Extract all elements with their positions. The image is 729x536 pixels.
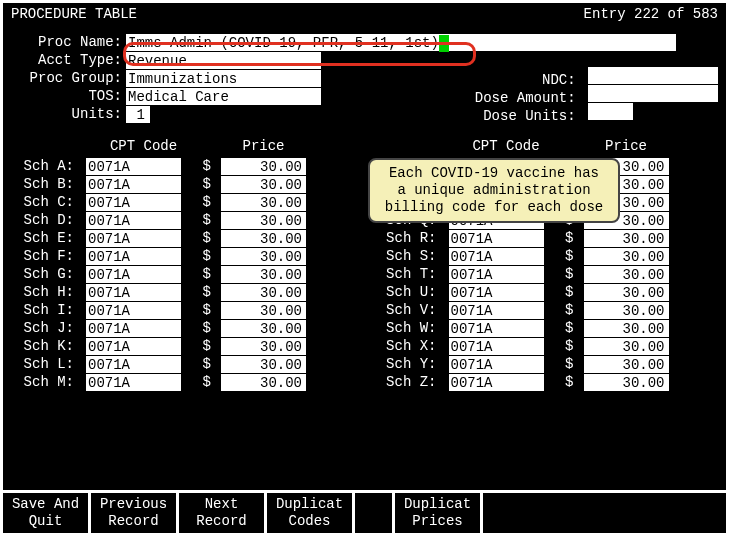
dollar-sign: $ (191, 283, 211, 301)
dollar-sign: $ (191, 355, 211, 373)
dollar-sign: $ (191, 319, 211, 337)
dollar-sign: $ (554, 319, 574, 337)
price-field[interactable]: 30.00 (221, 266, 306, 283)
price-field[interactable]: 30.00 (584, 338, 669, 355)
cpt-code-field[interactable]: 0071A (86, 248, 181, 265)
dollar-sign: $ (191, 301, 211, 319)
header-bar: PROCEDURE TABLE Entry 222 of 583 (3, 3, 726, 29)
price-field[interactable]: 30.00 (221, 194, 306, 211)
cpt-code-field[interactable]: 0071A (86, 212, 181, 229)
schedule-row: Sch T:0071A$30.00 (374, 265, 719, 283)
cpt-header: CPT Code (459, 137, 554, 155)
cpt-code-field[interactable]: 0071A (86, 284, 181, 301)
form-area: Proc Name: Imms Admin (COVID-19, PFR, 5-… (3, 29, 726, 123)
price-field[interactable]: 30.00 (221, 212, 306, 229)
price-field[interactable]: 30.00 (584, 266, 669, 283)
schedule-row-label: Sch C: (11, 193, 76, 211)
proc-name-field[interactable]: Imms Admin (COVID-19, PFR, 5-11, 1st) (126, 34, 676, 51)
acct-type-field[interactable]: Revenue (126, 52, 321, 69)
dollar-sign: $ (554, 373, 574, 391)
cpt-code-field[interactable]: 0071A (449, 356, 544, 373)
schedule-row-label: Sch T: (374, 265, 439, 283)
price-field[interactable]: 30.00 (221, 338, 306, 355)
price-field[interactable]: 30.00 (221, 158, 306, 175)
dose-units-label: Dose Units: (465, 107, 580, 125)
price-field[interactable]: 30.00 (584, 302, 669, 319)
schedule-row: Sch H:0071A$30.00 (11, 283, 356, 301)
next-record-button[interactable]: Next Record (179, 493, 267, 533)
schedule-row-label: Sch I: (11, 301, 76, 319)
price-field[interactable]: 30.00 (584, 320, 669, 337)
price-field[interactable]: 30.00 (584, 248, 669, 265)
schedule-row: Sch U:0071A$30.00 (374, 283, 719, 301)
cpt-code-field[interactable]: 0071A (86, 302, 181, 319)
dollar-sign: $ (554, 265, 574, 283)
cpt-code-field[interactable]: 0071A (86, 374, 181, 391)
schedule-row-label: Sch X: (374, 337, 439, 355)
price-field[interactable]: 30.00 (221, 230, 306, 247)
dose-amount-field[interactable] (588, 85, 718, 102)
dollar-sign: $ (191, 337, 211, 355)
cpt-code-field[interactable]: 0071A (86, 194, 181, 211)
schedule-row-label: Sch M: (11, 373, 76, 391)
cpt-code-field[interactable]: 0071A (449, 248, 544, 265)
schedule-row-label: Sch S: (374, 247, 439, 265)
price-field[interactable]: 30.00 (221, 320, 306, 337)
schedule-row-label: Sch U: (374, 283, 439, 301)
dollar-sign: $ (554, 247, 574, 265)
units-field[interactable]: 1 (126, 106, 150, 123)
proc-group-label: Proc Group: (11, 69, 126, 87)
price-field[interactable]: 30.00 (584, 284, 669, 301)
price-field[interactable]: 30.00 (584, 230, 669, 247)
cpt-code-field[interactable]: 0071A (449, 320, 544, 337)
cpt-code-field[interactable]: 0071A (449, 338, 544, 355)
dollar-sign: $ (554, 355, 574, 373)
schedule-row: Sch L:0071A$30.00 (11, 355, 356, 373)
cpt-code-field[interactable]: 0071A (86, 320, 181, 337)
cpt-code-field[interactable]: 0071A (86, 230, 181, 247)
dollar-sign: $ (554, 283, 574, 301)
price-field[interactable]: 30.00 (221, 248, 306, 265)
cpt-code-field[interactable]: 0071A (449, 284, 544, 301)
price-field[interactable]: 30.00 (221, 302, 306, 319)
cpt-code-field[interactable]: 0071A (86, 338, 181, 355)
acct-type-label: Acct Type: (11, 51, 126, 69)
schedule-row-label: Sch F: (11, 247, 76, 265)
cpt-code-field[interactable]: 0071A (86, 266, 181, 283)
cpt-code-field[interactable]: 0071A (86, 158, 181, 175)
schedule-row: Sch E:0071A$30.00 (11, 229, 356, 247)
duplicate-codes-button[interactable]: Duplicat Codes (267, 493, 355, 533)
price-field[interactable]: 30.00 (221, 356, 306, 373)
schedule-header-left: CPT Code Price (11, 137, 356, 155)
cpt-code-field[interactable]: 0071A (449, 374, 544, 391)
cpt-code-field[interactable]: 0071A (86, 176, 181, 193)
cpt-code-field[interactable]: 0071A (449, 230, 544, 247)
page-title: PROCEDURE TABLE (11, 5, 137, 23)
price-field[interactable]: 30.00 (584, 356, 669, 373)
ndc-field[interactable] (588, 67, 718, 84)
cpt-code-field[interactable]: 0071A (449, 302, 544, 319)
cpt-code-field[interactable]: 0071A (449, 266, 544, 283)
proc-group-field[interactable]: Immunizations (126, 70, 321, 87)
proc-name-label: Proc Name: (11, 33, 126, 51)
dose-units-field[interactable] (588, 103, 633, 120)
schedule-row: Sch F:0071A$30.00 (11, 247, 356, 265)
schedule-row: Sch K:0071A$30.00 (11, 337, 356, 355)
tos-field[interactable]: Medical Care (126, 88, 321, 105)
cpt-code-field[interactable]: 0071A (86, 356, 181, 373)
save-and-quit-button[interactable]: Save And Quit (3, 493, 91, 533)
duplicate-prices-button[interactable]: Duplicat Prices (395, 493, 483, 533)
procedure-table-screen: PROCEDURE TABLE Entry 222 of 583 Proc Na… (0, 0, 729, 536)
price-field[interactable]: 30.00 (221, 176, 306, 193)
schedule-row-label: Sch Z: (374, 373, 439, 391)
schedule-header-right: CPT Code Price (374, 137, 719, 155)
price-field[interactable]: 30.00 (584, 374, 669, 391)
dollar-sign: $ (191, 211, 211, 229)
dollar-sign: $ (191, 247, 211, 265)
schedule-row-label: Sch W: (374, 319, 439, 337)
schedule-row-label: Sch E: (11, 229, 76, 247)
previous-record-button[interactable]: Previous Record (91, 493, 179, 533)
price-field[interactable]: 30.00 (221, 284, 306, 301)
price-field[interactable]: 30.00 (221, 374, 306, 391)
schedule-row-label: Sch J: (11, 319, 76, 337)
